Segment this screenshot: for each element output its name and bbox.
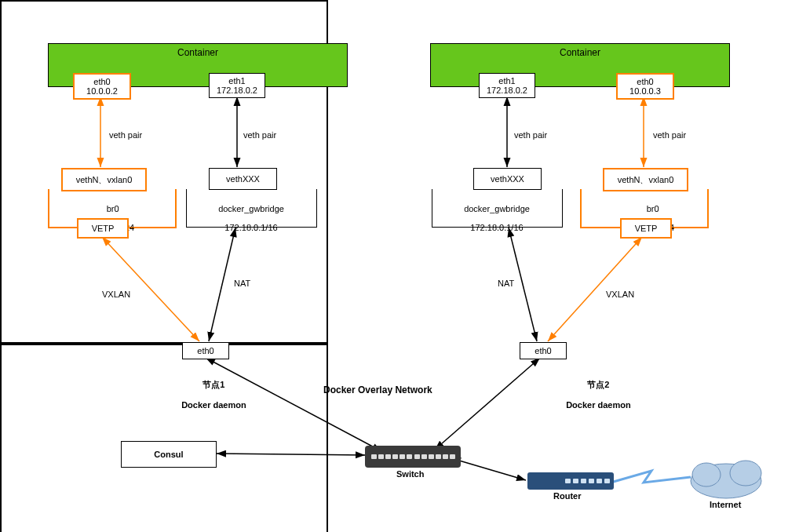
overlay-title: Docker Overlay Network [323, 384, 432, 395]
host1-nat-label: NAT [234, 279, 250, 288]
eth1-ip-2: 172.18.0.2 [487, 86, 527, 95]
eth0-ip: 10.0.0.2 [86, 86, 118, 96]
vetp-label-2: VETP [635, 224, 658, 233]
host1-container-eth1: eth1 172.18.0.2 [209, 73, 265, 98]
host2-vxlan-label: VXLAN [606, 290, 634, 299]
host2-container-eth1: eth1 172.18.0.2 [479, 73, 535, 98]
host1-vxlan-label: VXLAN [102, 290, 130, 299]
host2-eth0-label: eth0 [535, 346, 551, 355]
vethXXX-label: vethXXX [226, 174, 260, 184]
switch-label: Switch [396, 469, 424, 479]
host-2 [0, 344, 328, 532]
router-icon [527, 472, 614, 490]
eth0-name: eth0 [93, 77, 110, 86]
host2-vethXXX: vethXXX [473, 168, 542, 190]
eth0-ip-2: 10.0.0.3 [629, 86, 661, 96]
host1-container-eth0: eth0 10.0.0.2 [73, 73, 131, 100]
switch-icon [365, 446, 461, 468]
eth0-name-2: eth0 [637, 77, 653, 86]
host2-vetp: VETP [620, 218, 672, 239]
host2-vethN: vethN、vxlan0 [603, 168, 688, 191]
svg-point-13 [692, 463, 721, 486]
host1-eth0: eth0 [182, 342, 229, 359]
vetp-label: VETP [92, 224, 115, 233]
eth1-name-2: eth1 [498, 76, 515, 86]
host2-gwbridge-label: docker_gwbridge 172.18.0.1/16 [459, 195, 530, 232]
consul-box: Consul [121, 441, 217, 468]
host1-eth0-label: eth0 [197, 346, 213, 355]
consul-label: Consul [154, 450, 183, 459]
host1-vethXXX: vethXXX [209, 168, 277, 190]
host1-vethpair-right: veth pair [243, 130, 276, 140]
router-label: Router [553, 491, 581, 501]
eth1-ip: 172.18.0.2 [217, 86, 257, 95]
container-label-2: Container [560, 47, 600, 58]
host2-vethpair-right: veth pair [653, 130, 686, 140]
host2-eth0: eth0 [520, 342, 567, 359]
internet-label: Internet [710, 500, 741, 509]
svg-point-14 [730, 461, 761, 486]
host1-gwbridge-label: docker_gwbridge 172.18.0.1/16 [213, 195, 284, 232]
host2-vethpair-left: veth pair [514, 130, 547, 140]
eth1-name: eth1 [228, 76, 245, 86]
host2-nat-label: NAT [498, 279, 514, 288]
host1-vethN: vethN、vxlan0 [61, 168, 147, 191]
container-label: Container [177, 47, 218, 58]
vethN-label-2: vethN、vxlan0 [618, 174, 674, 186]
container-bar-2: Container [430, 43, 730, 87]
host2-container-eth0: eth0 10.0.0.3 [616, 73, 674, 100]
host1-vethpair-left: veth pair [109, 130, 142, 140]
svg-line-11 [451, 458, 526, 480]
host2-node-label: 节点2 Docker daemon [561, 370, 631, 410]
host1-vetp: VETP [77, 218, 129, 239]
svg-line-9 [435, 358, 540, 450]
svg-point-12 [691, 464, 761, 498]
host1-node-label: 节点1 Docker daemon [177, 370, 246, 410]
vethXXX-label-2: vethXXX [491, 174, 524, 184]
vethN-label: vethN、vxlan0 [76, 174, 133, 186]
